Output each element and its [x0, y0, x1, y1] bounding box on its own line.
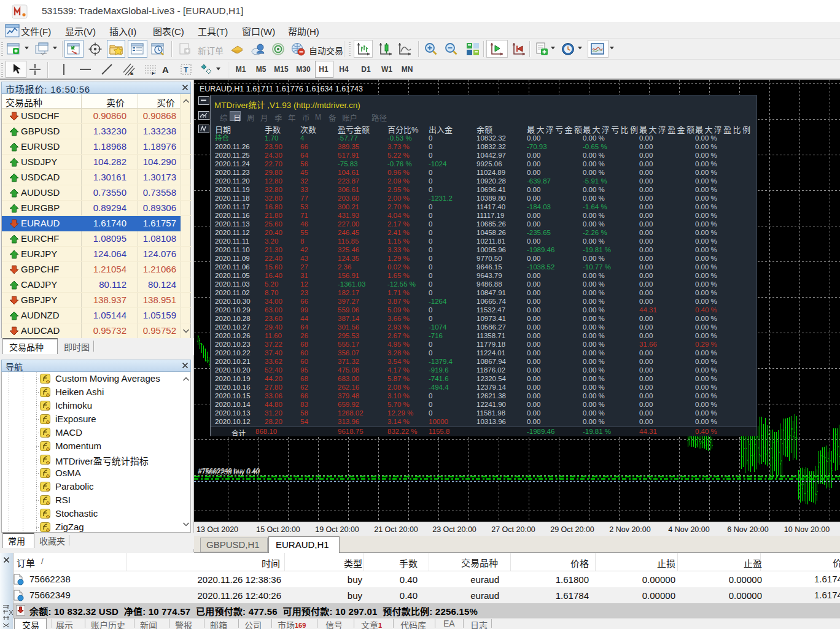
svg-text:E: E — [130, 71, 134, 76]
svg-text:21 Oct 20:00: 21 Oct 20:00 — [374, 525, 418, 534]
svg-text:29 Oct 20:00: 29 Oct 20:00 — [550, 525, 594, 534]
svg-text:EURAUD,H1 1.61711 1.61776 1.6: EURAUD,H1 1.61711 1.61776 1.61634 1.6174… — [200, 85, 363, 93]
svg-text:4 Nov 20:00: 4 Nov 20:00 — [668, 525, 709, 534]
svg-text:27 Oct 20:00: 27 Oct 20:00 — [491, 525, 535, 534]
svg-text:15 Oct 20:00: 15 Oct 20:00 — [256, 525, 300, 534]
svg-text:10 Nov 20:00: 10 Nov 20:00 — [784, 525, 830, 534]
svg-text:T: T — [184, 66, 189, 74]
svg-text:19 Oct 20:00: 19 Oct 20:00 — [315, 525, 359, 534]
svg-text:23 Oct 20:00: 23 Oct 20:00 — [432, 525, 476, 534]
svg-text:13 Oct 2020: 13 Oct 2020 — [196, 525, 238, 534]
svg-text:F: F — [152, 71, 155, 76]
svg-text:#75662349 buy 0.40: #75662349 buy 0.40 — [198, 467, 260, 474]
svg-text:6 Nov 20:00: 6 Nov 20:00 — [727, 525, 768, 534]
svg-text:2 Nov 20:00: 2 Nov 20:00 — [609, 525, 650, 534]
